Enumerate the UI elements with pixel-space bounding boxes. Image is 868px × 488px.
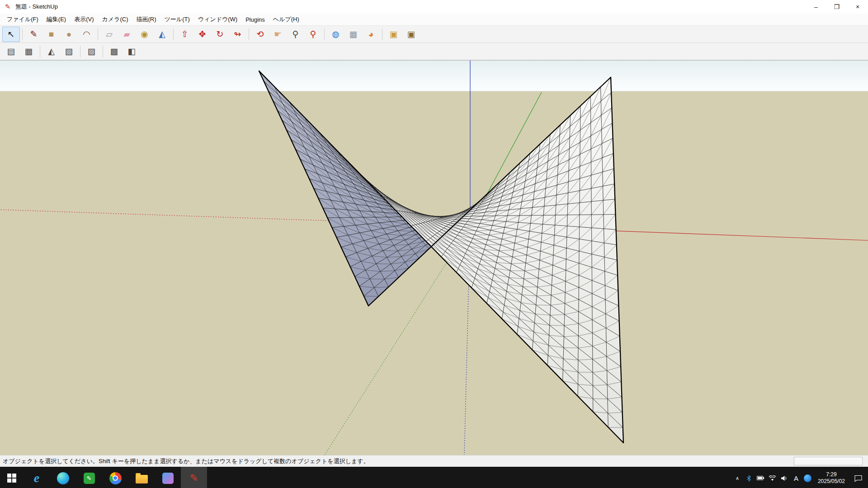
add-detail-tool-icon: ▩: [110, 47, 118, 56]
menu-item-0[interactable]: ファイル(F): [3, 14, 42, 25]
from-contours-tool-icon: ▤: [7, 47, 15, 56]
paint-bucket-tool-button[interactable]: ◭: [153, 27, 171, 42]
close-button[interactable]: ×: [847, 0, 868, 14]
add-location-tool-button[interactable]: ◍: [327, 27, 344, 42]
zoom-tool-button[interactable]: ⚲: [287, 27, 304, 42]
menu-item-6[interactable]: ウィンドウ(W): [194, 14, 241, 25]
flip-edge-tool-button[interactable]: ◧: [123, 44, 141, 59]
notes-app-icon: ✎: [84, 473, 95, 484]
share-models-tool-button[interactable]: ▣: [402, 27, 420, 42]
edge-icon: [57, 472, 69, 484]
menu-item-1[interactable]: 編集(E): [42, 14, 70, 25]
eraser-tool-button[interactable]: ▱: [100, 27, 118, 42]
add-detail-tool-button[interactable]: ▩: [105, 44, 123, 59]
sky: [0, 61, 868, 91]
photo-textures-tool-icon: ◕: [368, 30, 373, 38]
menu-item-8[interactable]: ヘルプ(H): [269, 14, 303, 25]
taskbar-apps: e✎✎: [24, 467, 207, 488]
menu-item-5[interactable]: ツール(T): [160, 14, 194, 25]
drape-tool-button[interactable]: ▨: [83, 44, 100, 59]
get-models-tool-button[interactable]: ▣: [385, 27, 402, 42]
from-contours-tool-button[interactable]: ▤: [2, 44, 20, 59]
tape-measure-tool-icon: ◉: [141, 30, 148, 38]
paint-bucket-tool-icon: ◭: [159, 30, 165, 38]
toolbar-separator: [40, 46, 40, 57]
sketchup-window: ✎ 無題 - SketchUp –❐× ファイル(F)編集(E)表示(V)カメラ…: [0, 0, 868, 488]
toggle-terrain-tool-icon: ▦: [349, 30, 358, 38]
viewport[interactable]: [0, 60, 868, 455]
windows-logo-icon: [7, 474, 16, 483]
clock-date: 2025/05/02: [818, 478, 845, 485]
from-scratch-tool-button[interactable]: ▦: [20, 44, 38, 59]
menu-item-4[interactable]: 描画(R): [132, 14, 160, 25]
file-explorer-icon: [136, 475, 148, 483]
rotate-tool-button[interactable]: ↻: [211, 27, 229, 42]
toggle-terrain-tool-button[interactable]: ▦: [344, 27, 362, 42]
orbit-tool-button[interactable]: ⟲: [251, 27, 269, 42]
toolbar-main: ↖✎■●◠▱▰◉◭⇧✥↻↬⟲☛⚲⚲◍▦◕▣▣: [0, 26, 868, 43]
battery-icon[interactable]: [755, 467, 767, 488]
select-tool-icon: ↖: [8, 30, 15, 38]
edge-legacy-icon: e: [34, 471, 39, 485]
chrome-icon: [109, 472, 122, 484]
zoom-extents-tool-icon: ⚲: [310, 30, 316, 38]
toolbar-sandbox: ▤▦◭▧▨▩◧: [0, 43, 868, 60]
tape-measure-tool-button[interactable]: ◉: [136, 27, 153, 42]
taskbar-edge-legacy[interactable]: e: [24, 467, 50, 488]
pan-tool-button[interactable]: ☛: [269, 27, 287, 42]
photo-textures-tool-button[interactable]: ◕: [362, 27, 380, 42]
system-tray: ∧: [731, 467, 868, 488]
viewport-scene[interactable]: [0, 61, 868, 455]
taskbar-sketchup[interactable]: ✎: [181, 467, 207, 488]
status-message: オブジェクトを選択してください。Shift キーを押したまま選択するか、またはマ…: [3, 457, 369, 465]
taskbar-clock[interactable]: 7:29 2025/05/02: [814, 471, 849, 485]
menu-item-3[interactable]: カメラ(C): [98, 14, 132, 25]
select-tool-button[interactable]: ↖: [2, 27, 20, 42]
bluetooth-icon[interactable]: [743, 467, 755, 488]
maximize-restore-button[interactable]: ❐: [826, 0, 847, 14]
toolbar-separator: [80, 46, 80, 57]
menu-item-7[interactable]: Plugins: [241, 14, 269, 25]
action-center-icon[interactable]: [849, 467, 867, 488]
measurement-box[interactable]: [794, 457, 863, 465]
freehand-tool-button[interactable]: ▰: [118, 27, 136, 42]
smoove-tool-button[interactable]: ◭: [42, 44, 60, 59]
taskbar-chrome[interactable]: [102, 467, 128, 488]
taskbar-notes-app[interactable]: ✎: [76, 467, 102, 488]
photos-app-icon: [162, 473, 174, 484]
taskbar-photos-app[interactable]: [155, 467, 181, 488]
speaker-icon[interactable]: [778, 467, 790, 488]
minimize-button[interactable]: –: [806, 0, 826, 14]
push-pull-tool-button[interactable]: ⇧: [176, 27, 193, 42]
orbit-tool-icon: ⟲: [257, 30, 264, 38]
ime-indicator[interactable]: A: [790, 467, 802, 488]
tray-chevron-icon[interactable]: ∧: [731, 467, 743, 488]
zoom-extents-tool-button[interactable]: ⚲: [304, 27, 322, 42]
move-tool-button[interactable]: ✥: [193, 27, 211, 42]
arc-tool-button[interactable]: ◠: [78, 27, 95, 42]
share-models-tool-icon: ▣: [407, 30, 415, 38]
window-title: 無題 - SketchUp: [15, 3, 58, 11]
line-tool-icon: ✎: [30, 30, 38, 38]
line-tool-button[interactable]: ✎: [25, 27, 42, 42]
taskbar-edge[interactable]: [50, 467, 76, 488]
push-pull-tool-icon: ⇧: [181, 30, 189, 38]
arc-tool-icon: ◠: [83, 30, 90, 38]
start-button[interactable]: [0, 467, 24, 488]
offset-tool-button[interactable]: ↬: [229, 27, 246, 42]
rectangle-tool-button[interactable]: ■: [42, 27, 60, 42]
zoom-tool-icon: ⚲: [292, 30, 299, 38]
clock-time: 7:29: [826, 471, 836, 478]
stamp-tool-button[interactable]: ▧: [60, 44, 78, 59]
menu-item-2[interactable]: 表示(V): [70, 14, 98, 25]
toolbar-separator: [173, 28, 174, 40]
toolbar-separator: [103, 46, 103, 57]
eraser-tool-icon: ▱: [106, 30, 113, 38]
circle-tool-button[interactable]: ●: [60, 27, 78, 42]
taskbar-file-explorer[interactable]: [128, 467, 155, 488]
get-models-tool-icon: ▣: [390, 30, 398, 38]
move-tool-icon: ✥: [199, 30, 206, 38]
wifi-icon[interactable]: [767, 467, 778, 488]
assistant-icon[interactable]: [802, 467, 814, 488]
sketchup-logo-icon: ✎: [0, 3, 15, 11]
